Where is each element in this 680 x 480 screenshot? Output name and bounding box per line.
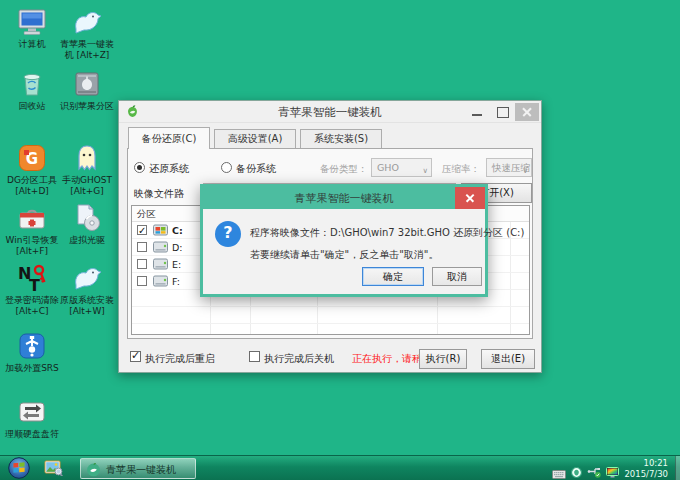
clock-date: 2015/7/30	[624, 469, 668, 480]
desktop-icon-computer[interactable]: 计算机	[4, 6, 60, 50]
window-titlebar[interactable]: 青苹果智能一键装机	[119, 101, 541, 123]
desktop-icon-win-boot-repair[interactable]: Win引导恢复 [Alt+F]	[4, 202, 60, 258]
desktop-icon-label: 原版系统安装 [Alt+W]	[56, 295, 118, 318]
tab-advanced-settings[interactable]: 高级设置(A)	[214, 129, 296, 149]
window-close-button[interactable]	[515, 103, 539, 121]
keyboard-tray-icon[interactable]	[552, 464, 566, 473]
dialog-cancel-button[interactable]: 取消	[432, 267, 482, 286]
desktop-icon-label: Win引导恢复 [Alt+F]	[4, 235, 60, 258]
virtual-cd-icon	[71, 202, 103, 234]
ghost-icon	[71, 142, 103, 174]
partition-checkbox[interactable]	[137, 276, 147, 286]
clock-time: 10:21	[624, 458, 668, 469]
desktop-icon-label: 回收站	[19, 101, 46, 112]
minimize-button[interactable]	[465, 103, 489, 121]
desktop-icon-login-password-clear[interactable]: NT 登录密码清除 [Alt+C]	[4, 262, 60, 318]
desktop-icon-manual-ghost[interactable]: 手动GHOST [Alt+G]	[56, 142, 118, 198]
backup-system-label: 备份系统	[236, 162, 276, 176]
desktop-icon-label: 识别苹果分区	[60, 101, 114, 112]
backup-system-radio[interactable]	[221, 162, 232, 173]
restore-system-radio[interactable]	[134, 162, 145, 173]
shutdown-after-label: 执行完成后关机	[264, 352, 334, 366]
drive-letter: F:	[172, 273, 180, 290]
desktop-icon-label: 手动GHOST [Alt+G]	[56, 175, 118, 198]
desktop-icon-original-system-install[interactable]: 原版系统安装 [Alt+W]	[56, 262, 118, 318]
start-button[interactable]	[8, 457, 30, 479]
drive-icon	[153, 241, 168, 253]
system-tray: 10:21 2015/7/30	[552, 456, 668, 480]
dialog-close-button[interactable]	[455, 187, 485, 209]
show-desktop-button[interactable]	[675, 456, 680, 480]
desktop-icon-label: 青苹果一键装机 [Alt+Z]	[56, 39, 118, 62]
drive-icon	[153, 275, 168, 287]
green-apple-logo-icon	[86, 462, 101, 477]
desktop-icon-fix-drive-letters[interactable]: 理顺硬盘盘符	[4, 396, 60, 440]
exit-button[interactable]: 退出(E)	[481, 349, 535, 369]
desktop-icon-recycle-bin[interactable]: 回收站	[4, 68, 60, 112]
maximize-button[interactable]	[490, 103, 514, 121]
ok-button-label: 确定	[383, 271, 403, 282]
desktop-icon-label: 登录密码清除 [Alt+C]	[4, 295, 60, 318]
dg-tool-icon: G	[16, 142, 48, 174]
drive-icon	[153, 258, 168, 270]
tab-backup-restore[interactable]: 备份还原(C)	[128, 127, 210, 149]
tab-label: 备份还原(C)	[142, 133, 197, 144]
bird-icon	[71, 262, 103, 294]
drive-letter: D:	[172, 239, 183, 256]
taskbar: 青苹果一键装机 10:21 2015/7/30	[0, 455, 680, 480]
backup-type-label: 备份类型：	[320, 163, 368, 176]
drive-icon	[153, 224, 168, 236]
desktop-icon-label: 计算机	[19, 39, 46, 50]
cancel-button-label: 取消	[447, 271, 467, 282]
desktop-icon-virtual-cd[interactable]: 虚拟光驱	[56, 202, 118, 246]
usb-tray-icon[interactable]	[587, 463, 601, 475]
dialog-title: 青苹果智能一键装机	[203, 191, 485, 206]
tab-label: 高级设置(A)	[228, 133, 283, 144]
reboot-after-label: 执行完成后重启	[145, 352, 215, 366]
compression-value: 快速压缩	[492, 162, 530, 173]
shutdown-after-checkbox[interactable]	[249, 351, 260, 362]
reboot-after-checkbox[interactable]	[130, 351, 141, 362]
run-button[interactable]: 执行(R)	[419, 349, 467, 369]
desktop-icon-green-apple-installer[interactable]: 青苹果一键装机 [Alt+Z]	[56, 6, 118, 62]
tab-system-install[interactable]: 系统安装(S)	[300, 129, 382, 149]
dialog-titlebar[interactable]: 青苹果智能一键装机	[203, 187, 485, 209]
partition-checkbox[interactable]	[137, 225, 147, 235]
run-button-label: 执行(R)	[426, 353, 461, 364]
dialog-message-line1: 程序将映像文件：D:\GHO\win7 32bit.GHO 还原到分区 (C:)	[250, 226, 524, 240]
restore-system-label: 还原系统	[149, 162, 189, 176]
tab-label: 系统安装(S)	[314, 133, 368, 144]
taskbar-clock[interactable]: 10:21 2015/7/30	[624, 458, 668, 479]
confirm-dialog: 青苹果智能一键装机 程序将映像文件：D:\GHO\win7 32bit.GHO …	[200, 184, 488, 297]
dialog-ok-button[interactable]: 确定	[362, 267, 424, 286]
desktop-icon-label: 虚拟光驱	[69, 235, 105, 246]
image-path-label: 映像文件路	[134, 187, 184, 201]
backup-type-dropdown[interactable]: GHO	[371, 158, 432, 177]
desktop-icon-identify-apple-partition[interactable]: 识别苹果分区	[56, 68, 118, 112]
partition-checkbox[interactable]	[137, 259, 147, 269]
recycle-bin-icon	[16, 68, 48, 100]
question-icon	[215, 221, 241, 247]
dialog-message-line2: 若要继续请单击"确定"，反之单击"取消"。	[250, 248, 438, 262]
apple-drive-icon	[71, 68, 103, 100]
apple-tray-icon[interactable]	[571, 463, 582, 474]
drive-letter: E:	[172, 256, 181, 273]
srs-icon	[16, 330, 48, 362]
desktop: 计算机 青苹果一键装机 [Alt+Z] 回收站 识别苹果分区 G DG分区工具 …	[0, 0, 680, 480]
taskbar-app-button[interactable]: 青苹果一键装机	[80, 458, 196, 479]
toolbox-icon	[16, 202, 48, 234]
desktop-icon-label: DG分区工具 [Alt+D]	[4, 175, 60, 198]
desktop-icon-load-external-srs[interactable]: 加载外置SRS	[4, 330, 60, 374]
compression-label: 压缩率：	[442, 163, 480, 176]
desktop-icon-dg-partition-tool[interactable]: G DG分区工具 [Alt+D]	[4, 142, 60, 198]
bird-icon	[71, 6, 103, 38]
display-tray-icon[interactable]	[606, 463, 619, 474]
empty-row	[132, 307, 529, 324]
desktop-icon-label: 加载外置SRS	[5, 363, 59, 374]
exit-button-label: 退出(E)	[491, 353, 525, 364]
partition-checkbox[interactable]	[137, 242, 147, 252]
partition-header-label: 分区	[137, 208, 156, 219]
image-viewer-icon[interactable]	[44, 460, 64, 476]
computer-icon	[16, 6, 48, 38]
compression-dropdown[interactable]: 快速压缩	[486, 158, 532, 177]
